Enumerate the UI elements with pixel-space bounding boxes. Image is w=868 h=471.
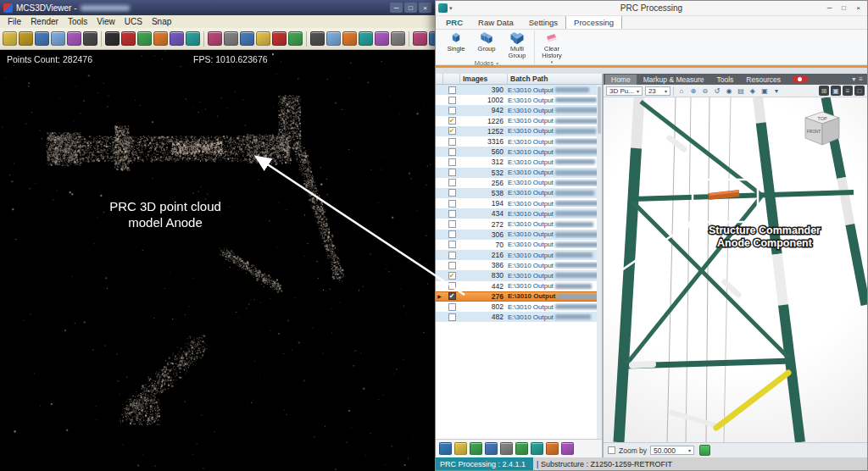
row-checkbox[interactable] — [443, 138, 460, 146]
table-row[interactable]: 3316E:\3010 Output — [436, 136, 602, 147]
record-badge-icon[interactable] — [793, 75, 808, 83]
multi-group-button[interactable]: Multi Group — [502, 30, 532, 59]
table-row[interactable]: 532E:\3010 Output — [436, 168, 602, 178]
table-row[interactable]: 560E:\3010 Output — [436, 147, 602, 157]
row-checkbox[interactable] — [443, 200, 460, 208]
view-iso-icon[interactable] — [359, 31, 373, 46]
row-checkbox[interactable]: ✔ — [443, 272, 460, 280]
table-row[interactable]: 312E:\3010 Output — [436, 157, 602, 167]
annotate-icon[interactable] — [170, 31, 184, 46]
close-button[interactable]: × — [419, 3, 431, 13]
row-checkbox[interactable] — [443, 148, 460, 156]
rotate-view-icon[interactable]: ↺ — [712, 86, 722, 96]
selected-anode-component[interactable] — [709, 191, 739, 197]
menu-tools[interactable]: Tools — [64, 16, 92, 27]
table-row[interactable]: 482E:\3010 Output — [436, 312, 602, 322]
table-row[interactable]: 1002E:\3010 Output — [436, 95, 602, 105]
row-checkbox[interactable] — [443, 210, 460, 218]
table-row[interactable]: 442E:\3010 Output — [436, 281, 602, 291]
export-icon[interactable] — [35, 31, 49, 46]
frame-view-icon[interactable]: □ — [854, 86, 865, 96]
value-spinner[interactable]: 23 ▾ — [645, 86, 670, 96]
export-table-icon[interactable] — [561, 442, 574, 455]
open-folder-icon[interactable] — [3, 31, 17, 46]
row-checkbox[interactable] — [443, 107, 460, 114]
row-checkbox[interactable] — [443, 169, 460, 176]
row-checkbox[interactable] — [443, 252, 460, 259]
row-checkbox[interactable] — [443, 313, 460, 321]
header-checkbox-column[interactable] — [443, 74, 460, 84]
layers-icon[interactable]: ▤ — [736, 86, 746, 96]
point-cloud-viewport[interactable]: Points Count: 282476 FPS: 1010.623676 PR… — [0, 50, 435, 471]
save-edit-icon[interactable] — [439, 442, 452, 455]
table-scrollbar[interactable] — [597, 85, 602, 439]
lasso-select-icon[interactable] — [224, 31, 238, 46]
table-row[interactable]: 256E:\3010 Output — [436, 178, 602, 188]
measure-angle-icon[interactable] — [153, 31, 168, 46]
row-checkbox[interactable] — [443, 282, 460, 290]
row-checkbox[interactable] — [443, 158, 460, 166]
structure-3d-viewport[interactable]: Structure Commander Anode Component TOP … — [604, 97, 867, 442]
tab-raw-data[interactable]: Raw Data — [470, 16, 521, 29]
scrollbar-thumb[interactable] — [598, 86, 601, 134]
table-row[interactable]: 942E:\3010 Output — [436, 105, 602, 115]
zoom-by-checkbox[interactable] — [608, 446, 615, 454]
clear-history-button[interactable]: Clear History▾ — [537, 30, 567, 64]
viewer-tab-home[interactable]: Home — [605, 75, 637, 85]
menu-render[interactable]: Render — [26, 16, 63, 27]
video-capture-icon[interactable] — [105, 31, 120, 46]
table-row[interactable]: ✔830E:\3010 Output — [436, 270, 602, 280]
settings-icon[interactable] — [391, 31, 405, 46]
view-top-icon[interactable] — [326, 31, 341, 46]
table-row[interactable]: 194E:\3010 Output — [436, 198, 602, 208]
import-icon[interactable] — [19, 31, 33, 46]
table-row[interactable]: 390E:\3010 Output — [436, 85, 602, 95]
minimize-button[interactable]: ─ — [390, 3, 403, 13]
point-select-icon[interactable] — [186, 31, 200, 46]
grid-view-icon[interactable] — [485, 442, 498, 455]
table-row[interactable]: ▶✔276E:\3010 Output — [436, 291, 602, 302]
row-checkbox[interactable]: ✔ — [443, 127, 460, 135]
apply-zoom-button[interactable] — [699, 445, 710, 456]
row-checkbox[interactable]: ✔ — [443, 117, 460, 125]
table-row[interactable]: 272E:\3010 Output — [436, 219, 602, 229]
menu-file[interactable]: File — [3, 16, 25, 27]
tab-processing[interactable]: Processing — [565, 15, 622, 29]
table-row[interactable]: 70E:\3010 Output — [436, 240, 602, 250]
row-checkbox[interactable]: ✔ — [443, 292, 460, 300]
record-icon[interactable] — [121, 31, 136, 46]
minimize-button[interactable]: ─ — [823, 3, 836, 14]
right-titlebar[interactable]: ▾ PRC Processing ─ □ × — [436, 1, 867, 16]
table-row[interactable]: ✔1252E:\3010 Output — [436, 126, 602, 136]
validate-icon[interactable] — [470, 442, 482, 455]
group-button[interactable]: Group — [471, 30, 502, 59]
table-row[interactable]: ✔1226E:\3010 Output — [436, 116, 602, 126]
menu-ucs[interactable]: UCS — [120, 16, 147, 27]
row-checkbox[interactable] — [443, 179, 460, 186]
row-checkbox[interactable] — [443, 303, 460, 311]
table-row[interactable]: 538E:\3010 Output — [436, 188, 602, 198]
menu-snap[interactable]: Snap — [147, 16, 175, 27]
row-checkbox[interactable] — [443, 97, 460, 104]
zoom-out-icon[interactable]: ⊖ — [700, 86, 710, 96]
table-row[interactable]: 802E:\3010 Output — [436, 302, 602, 312]
zoom-in-icon[interactable]: ⊕ — [688, 86, 698, 96]
maximize-button[interactable]: □ — [837, 3, 850, 14]
list-view-icon[interactable]: ≡ — [843, 86, 853, 96]
view-cube[interactable]: TOP FRONT — [805, 112, 839, 145]
filter-icon[interactable] — [256, 31, 270, 46]
row-checkbox[interactable] — [443, 262, 460, 269]
measure-distance-icon[interactable] — [137, 31, 152, 46]
table-row[interactable]: 306E:\3010 Output — [436, 230, 602, 240]
maximize-button[interactable]: □ — [404, 3, 417, 13]
region-select-icon[interactable] — [208, 31, 222, 46]
table-row[interactable]: 386E:\3010 Output — [436, 260, 602, 270]
point-cloud-canvas[interactable] — [0, 50, 435, 471]
row-checkbox[interactable] — [443, 241, 460, 248]
table-row[interactable]: 434E:\3010 Output — [436, 208, 602, 219]
crop-icon[interactable] — [240, 31, 254, 46]
panels-icon[interactable]: ▣ — [831, 86, 841, 96]
row-checkbox[interactable] — [443, 86, 460, 94]
snapshot-icon[interactable] — [413, 31, 427, 46]
section-icon[interactable]: ▣ — [760, 86, 770, 96]
